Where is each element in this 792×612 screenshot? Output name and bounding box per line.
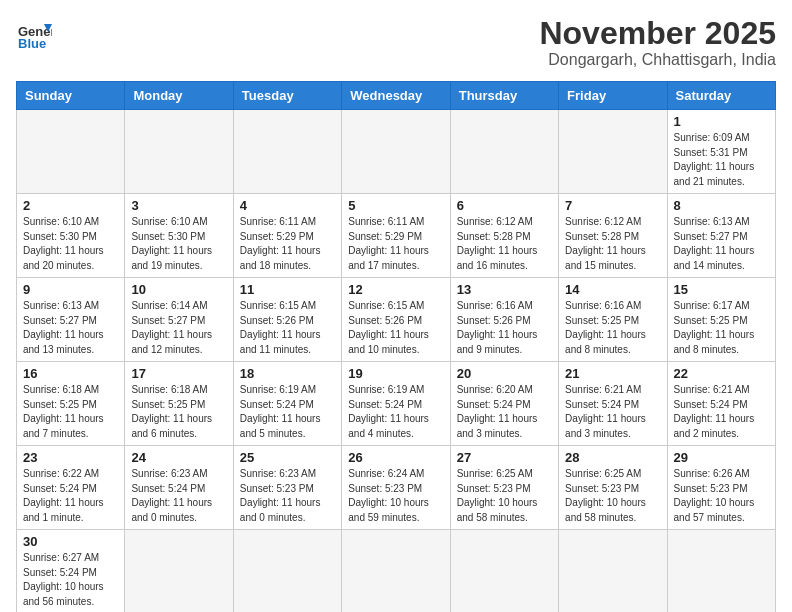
day-info: Sunrise: 6:11 AM Sunset: 5:29 PM Dayligh… <box>348 215 443 273</box>
day-number: 5 <box>348 198 443 213</box>
table-row: 20Sunrise: 6:20 AM Sunset: 5:24 PM Dayli… <box>450 362 558 446</box>
table-row: 19Sunrise: 6:19 AM Sunset: 5:24 PM Dayli… <box>342 362 450 446</box>
calendar-row: 23Sunrise: 6:22 AM Sunset: 5:24 PM Dayli… <box>17 446 776 530</box>
day-info: Sunrise: 6:26 AM Sunset: 5:23 PM Dayligh… <box>674 467 769 525</box>
table-row: 14Sunrise: 6:16 AM Sunset: 5:25 PM Dayli… <box>559 278 667 362</box>
day-info: Sunrise: 6:12 AM Sunset: 5:28 PM Dayligh… <box>457 215 552 273</box>
day-info: Sunrise: 6:13 AM Sunset: 5:27 PM Dayligh… <box>674 215 769 273</box>
day-number: 10 <box>131 282 226 297</box>
day-number: 17 <box>131 366 226 381</box>
header-wednesday: Wednesday <box>342 82 450 110</box>
calendar-row: 30Sunrise: 6:27 AM Sunset: 5:24 PM Dayli… <box>17 530 776 612</box>
table-row: 4Sunrise: 6:11 AM Sunset: 5:29 PM Daylig… <box>233 194 341 278</box>
day-number: 12 <box>348 282 443 297</box>
day-info: Sunrise: 6:12 AM Sunset: 5:28 PM Dayligh… <box>565 215 660 273</box>
table-row: 17Sunrise: 6:18 AM Sunset: 5:25 PM Dayli… <box>125 362 233 446</box>
day-number: 18 <box>240 366 335 381</box>
day-info: Sunrise: 6:21 AM Sunset: 5:24 PM Dayligh… <box>674 383 769 441</box>
day-info: Sunrise: 6:17 AM Sunset: 5:25 PM Dayligh… <box>674 299 769 357</box>
logo-icon: General Blue <box>16 16 52 52</box>
day-number: 27 <box>457 450 552 465</box>
day-info: Sunrise: 6:16 AM Sunset: 5:26 PM Dayligh… <box>457 299 552 357</box>
day-info: Sunrise: 6:25 AM Sunset: 5:23 PM Dayligh… <box>565 467 660 525</box>
day-number: 9 <box>23 282 118 297</box>
day-info: Sunrise: 6:11 AM Sunset: 5:29 PM Dayligh… <box>240 215 335 273</box>
table-row: 16Sunrise: 6:18 AM Sunset: 5:25 PM Dayli… <box>17 362 125 446</box>
day-info: Sunrise: 6:16 AM Sunset: 5:25 PM Dayligh… <box>565 299 660 357</box>
day-number: 22 <box>674 366 769 381</box>
day-info: Sunrise: 6:25 AM Sunset: 5:23 PM Dayligh… <box>457 467 552 525</box>
table-row: 22Sunrise: 6:21 AM Sunset: 5:24 PM Dayli… <box>667 362 775 446</box>
table-row <box>125 110 233 194</box>
table-row: 18Sunrise: 6:19 AM Sunset: 5:24 PM Dayli… <box>233 362 341 446</box>
location: Dongargarh, Chhattisgarh, India <box>539 51 776 69</box>
table-row: 10Sunrise: 6:14 AM Sunset: 5:27 PM Dayli… <box>125 278 233 362</box>
day-number: 20 <box>457 366 552 381</box>
day-number: 24 <box>131 450 226 465</box>
day-number: 25 <box>240 450 335 465</box>
day-info: Sunrise: 6:15 AM Sunset: 5:26 PM Dayligh… <box>348 299 443 357</box>
day-number: 11 <box>240 282 335 297</box>
table-row <box>17 110 125 194</box>
day-info: Sunrise: 6:10 AM Sunset: 5:30 PM Dayligh… <box>131 215 226 273</box>
table-row <box>450 110 558 194</box>
day-number: 13 <box>457 282 552 297</box>
calendar-row: 1Sunrise: 6:09 AM Sunset: 5:31 PM Daylig… <box>17 110 776 194</box>
day-number: 14 <box>565 282 660 297</box>
calendar-table: Sunday Monday Tuesday Wednesday Thursday… <box>16 81 776 612</box>
calendar-row: 9Sunrise: 6:13 AM Sunset: 5:27 PM Daylig… <box>17 278 776 362</box>
day-number: 2 <box>23 198 118 213</box>
svg-text:Blue: Blue <box>18 36 46 51</box>
day-info: Sunrise: 6:23 AM Sunset: 5:23 PM Dayligh… <box>240 467 335 525</box>
day-info: Sunrise: 6:19 AM Sunset: 5:24 PM Dayligh… <box>348 383 443 441</box>
day-info: Sunrise: 6:23 AM Sunset: 5:24 PM Dayligh… <box>131 467 226 525</box>
day-number: 15 <box>674 282 769 297</box>
table-row: 6Sunrise: 6:12 AM Sunset: 5:28 PM Daylig… <box>450 194 558 278</box>
day-info: Sunrise: 6:15 AM Sunset: 5:26 PM Dayligh… <box>240 299 335 357</box>
day-info: Sunrise: 6:21 AM Sunset: 5:24 PM Dayligh… <box>565 383 660 441</box>
calendar-row: 16Sunrise: 6:18 AM Sunset: 5:25 PM Dayli… <box>17 362 776 446</box>
day-number: 30 <box>23 534 118 549</box>
day-info: Sunrise: 6:22 AM Sunset: 5:24 PM Dayligh… <box>23 467 118 525</box>
table-row: 28Sunrise: 6:25 AM Sunset: 5:23 PM Dayli… <box>559 446 667 530</box>
table-row: 27Sunrise: 6:25 AM Sunset: 5:23 PM Dayli… <box>450 446 558 530</box>
table-row: 9Sunrise: 6:13 AM Sunset: 5:27 PM Daylig… <box>17 278 125 362</box>
header-monday: Monday <box>125 82 233 110</box>
table-row <box>125 530 233 612</box>
table-row: 15Sunrise: 6:17 AM Sunset: 5:25 PM Dayli… <box>667 278 775 362</box>
table-row: 13Sunrise: 6:16 AM Sunset: 5:26 PM Dayli… <box>450 278 558 362</box>
day-number: 21 <box>565 366 660 381</box>
table-row: 7Sunrise: 6:12 AM Sunset: 5:28 PM Daylig… <box>559 194 667 278</box>
table-row: 21Sunrise: 6:21 AM Sunset: 5:24 PM Dayli… <box>559 362 667 446</box>
table-row <box>450 530 558 612</box>
weekday-header-row: Sunday Monday Tuesday Wednesday Thursday… <box>17 82 776 110</box>
table-row <box>342 530 450 612</box>
day-info: Sunrise: 6:27 AM Sunset: 5:24 PM Dayligh… <box>23 551 118 609</box>
table-row <box>559 110 667 194</box>
logo: General Blue <box>16 16 52 52</box>
table-row: 29Sunrise: 6:26 AM Sunset: 5:23 PM Dayli… <box>667 446 775 530</box>
header-sunday: Sunday <box>17 82 125 110</box>
day-number: 23 <box>23 450 118 465</box>
page-header: General Blue November 2025 Dongargarh, C… <box>16 16 776 69</box>
day-info: Sunrise: 6:09 AM Sunset: 5:31 PM Dayligh… <box>674 131 769 189</box>
day-number: 4 <box>240 198 335 213</box>
table-row <box>233 110 341 194</box>
table-row: 24Sunrise: 6:23 AM Sunset: 5:24 PM Dayli… <box>125 446 233 530</box>
table-row: 23Sunrise: 6:22 AM Sunset: 5:24 PM Dayli… <box>17 446 125 530</box>
table-row: 25Sunrise: 6:23 AM Sunset: 5:23 PM Dayli… <box>233 446 341 530</box>
table-row: 11Sunrise: 6:15 AM Sunset: 5:26 PM Dayli… <box>233 278 341 362</box>
table-row: 5Sunrise: 6:11 AM Sunset: 5:29 PM Daylig… <box>342 194 450 278</box>
table-row: 1Sunrise: 6:09 AM Sunset: 5:31 PM Daylig… <box>667 110 775 194</box>
table-row: 26Sunrise: 6:24 AM Sunset: 5:23 PM Dayli… <box>342 446 450 530</box>
day-info: Sunrise: 6:13 AM Sunset: 5:27 PM Dayligh… <box>23 299 118 357</box>
day-number: 19 <box>348 366 443 381</box>
header-saturday: Saturday <box>667 82 775 110</box>
table-row: 3Sunrise: 6:10 AM Sunset: 5:30 PM Daylig… <box>125 194 233 278</box>
day-number: 7 <box>565 198 660 213</box>
day-info: Sunrise: 6:10 AM Sunset: 5:30 PM Dayligh… <box>23 215 118 273</box>
calendar-row: 2Sunrise: 6:10 AM Sunset: 5:30 PM Daylig… <box>17 194 776 278</box>
header-friday: Friday <box>559 82 667 110</box>
day-info: Sunrise: 6:18 AM Sunset: 5:25 PM Dayligh… <box>131 383 226 441</box>
day-info: Sunrise: 6:14 AM Sunset: 5:27 PM Dayligh… <box>131 299 226 357</box>
